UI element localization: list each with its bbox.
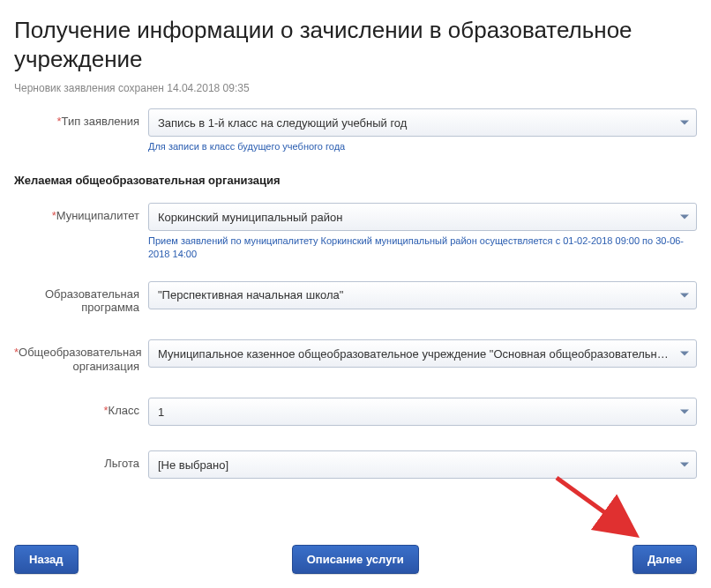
application-type-select[interactable]: Запись в 1-й класс на следующий учебный … <box>148 108 697 137</box>
education-program-value: "Перспективная начальная школа" <box>158 288 671 301</box>
class-label: *Класс <box>14 398 148 418</box>
class-value: 1 <box>158 406 671 419</box>
education-program-label: Образовательная программа <box>14 281 148 315</box>
description-button[interactable]: Описание услуги <box>292 545 419 574</box>
chevron-down-icon <box>680 410 689 414</box>
education-program-select[interactable]: "Перспективная начальная школа" <box>148 281 697 309</box>
municipality-select[interactable]: Коркинский муниципальный район <box>148 203 697 231</box>
svg-line-0 <box>557 478 636 535</box>
organization-value: Муниципальное казенное общеобразовательн… <box>158 347 671 361</box>
next-button[interactable]: Далее <box>632 545 697 574</box>
chevron-down-icon <box>680 215 689 220</box>
application-type-label: *Тип заявления <box>14 108 148 129</box>
application-type-hint: Для записи в класс будущего учебного год… <box>148 140 697 153</box>
page-title: Получение информации о зачислении в обра… <box>14 16 697 73</box>
class-select[interactable]: 1 <box>148 398 697 426</box>
draft-saved-info: Черновик заявления сохранен 14.04.2018 0… <box>14 82 697 94</box>
back-button[interactable]: Назад <box>14 545 79 574</box>
chevron-down-icon <box>680 463 689 467</box>
button-bar: Назад Описание услуги Далее <box>14 545 697 574</box>
municipality-label: *Муниципалитет <box>14 203 148 223</box>
chevron-down-icon <box>680 293 689 297</box>
benefit-label: Льгота <box>14 450 148 471</box>
chevron-down-icon <box>680 121 689 125</box>
municipality-value: Коркинский муниципальный район <box>158 211 671 224</box>
application-type-value: Запись в 1-й класс на следующий учебный … <box>158 116 671 130</box>
organization-select[interactable]: Муниципальное казенное общеобразовательн… <box>148 339 697 368</box>
municipality-hint: Прием заявлений по муниципалитету Коркин… <box>148 234 697 260</box>
section-title: Желаемая общеобразовательная организация <box>14 174 697 187</box>
benefit-value: [Не выбрано] <box>158 458 671 472</box>
chevron-down-icon <box>680 352 689 356</box>
arrow-annotation <box>552 473 658 553</box>
benefit-select[interactable]: [Не выбрано] <box>148 450 697 479</box>
organization-label: *Общеобразовательная организация <box>14 339 148 373</box>
